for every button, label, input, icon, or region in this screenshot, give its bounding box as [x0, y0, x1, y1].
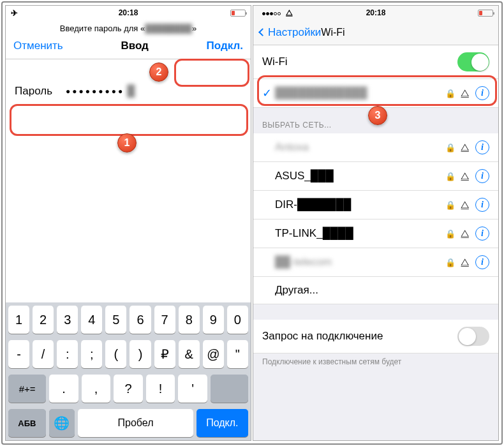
other-label: Другая...	[262, 284, 489, 297]
keyboard: 1 2 3 4 5 6 7 8 9 0 - / : ; ( ) ₽ & @ " …	[6, 302, 251, 440]
info-button[interactable]: i	[475, 198, 489, 212]
key-lparen[interactable]: (	[105, 340, 126, 368]
nav-title: Ввод	[121, 40, 148, 52]
key-period[interactable]: .	[49, 375, 78, 403]
key-dash[interactable]: -	[8, 340, 29, 368]
cancel-button[interactable]: Отменить	[13, 40, 63, 52]
wifi-toggle[interactable]	[457, 52, 489, 71]
key-ruble[interactable]: ₽	[154, 340, 175, 368]
other-network-row[interactable]: Другая...	[253, 277, 498, 304]
connected-network-row[interactable]: ✓ ████████████ 🔒 ⧋ i	[253, 79, 498, 108]
info-button[interactable]: i	[475, 86, 489, 100]
password-value: ●●●●●●●●●	[66, 87, 124, 96]
key-quote[interactable]: "	[227, 340, 248, 368]
airplane-mode-icon: ✈	[11, 8, 18, 18]
network-row[interactable]: Antoxa 🔒⧋i	[253, 133, 498, 162]
key-rparen[interactable]: )	[130, 340, 151, 368]
key-comma[interactable]: ,	[82, 375, 111, 403]
kb-row-3: #+= . , ? ! '	[6, 371, 251, 406]
network-name: TP-LINK_████	[262, 227, 445, 240]
key-7[interactable]: 7	[154, 306, 175, 334]
connect-button[interactable]: Подкл.	[207, 40, 243, 52]
info-button[interactable]: i	[475, 255, 489, 269]
key-amp[interactable]: &	[179, 340, 200, 368]
kb-row-4: АБВ 🌐 Пробел Подкл.	[6, 406, 251, 440]
kb-row-2: - / : ; ( ) ₽ & @ "	[6, 337, 251, 371]
highlight-password	[10, 104, 248, 136]
ask-to-join-toggle[interactable]	[457, 327, 489, 346]
key-globe[interactable]: 🌐	[49, 409, 75, 437]
lock-icon: 🔒	[445, 229, 456, 239]
key-4[interactable]: 4	[81, 306, 102, 334]
info-button[interactable]: i	[475, 169, 489, 183]
password-label: Пароль	[15, 85, 66, 98]
status-bar: ⧋ 20:18	[253, 6, 498, 20]
wifi-strength-icon: ⧋	[461, 170, 469, 182]
key-abc[interactable]: АБВ	[8, 409, 46, 437]
wifi-strength-icon: ⧋	[461, 142, 469, 153]
kb-row-1: 1 2 3 4 5 6 7 8 9 0	[6, 302, 251, 337]
key-colon[interactable]: :	[57, 340, 78, 368]
lock-icon: 🔒	[445, 89, 456, 98]
choose-network-section: ВЫБРАТЬ СЕТЬ... Antoxa 🔒⧋i ASUS_███ 🔒⧋i …	[253, 108, 498, 304]
lock-icon: 🔒	[445, 143, 456, 152]
network-row[interactable]: TP-LINK_████ 🔒⧋i	[253, 219, 498, 248]
network-name: DIR-███████	[262, 198, 445, 211]
key-apos[interactable]: '	[178, 375, 207, 403]
battery-icon	[230, 10, 246, 17]
wifi-settings-screen: ⧋ 20:18 Настройки Wi-Fi Wi-Fi ✓ ████████…	[253, 5, 499, 441]
nav-bar: Настройки Wi-Fi	[253, 20, 498, 45]
key-6[interactable]: 6	[130, 306, 151, 334]
key-space[interactable]: Пробел	[78, 409, 193, 437]
network-name: ██-telecom	[262, 256, 445, 269]
key-1[interactable]: 1	[8, 306, 29, 334]
key-3[interactable]: 3	[57, 306, 78, 334]
nav-bar: Отменить Ввод Подкл.	[6, 40, 251, 59]
lock-icon: 🔒	[445, 258, 456, 267]
key-5[interactable]: 5	[105, 306, 126, 334]
password-row[interactable]: Пароль ●●●●●●●●● █	[6, 77, 251, 105]
ask-to-join-label: Запрос на подключение	[262, 330, 457, 343]
network-row[interactable]: ██-telecom 🔒⧋i	[253, 248, 498, 277]
key-go[interactable]: Подкл.	[196, 409, 248, 437]
step-badge-2: 2	[149, 63, 168, 82]
status-time: 20:18	[366, 8, 386, 17]
key-0[interactable]: 0	[227, 306, 248, 334]
key-2[interactable]: 2	[33, 306, 54, 334]
network-name: Antoxa	[262, 141, 445, 154]
info-button[interactable]: i	[475, 140, 489, 154]
connected-network-name: ████████████	[275, 87, 445, 100]
wifi-icon: ⧋	[286, 8, 293, 17]
key-at[interactable]: @	[203, 340, 224, 368]
ask-to-join-section: Запрос на подключение Подключение к изве…	[253, 304, 498, 370]
key-exclaim[interactable]: !	[146, 375, 175, 403]
battery-icon	[478, 10, 493, 17]
wifi-toggle-row: Wi-Fi	[253, 45, 498, 79]
wifi-strength-icon: ⧋	[461, 87, 469, 99]
wifi-strength-icon: ⧋	[461, 256, 469, 268]
key-semicolon[interactable]: ;	[81, 340, 102, 368]
nav-title: Wi-Fi	[321, 27, 345, 38]
key-question[interactable]: ?	[114, 375, 143, 403]
key-8[interactable]: 8	[179, 306, 200, 334]
globe-icon: 🌐	[54, 415, 70, 431]
key-9[interactable]: 9	[203, 306, 224, 334]
lock-icon: 🔒	[445, 200, 456, 210]
key-symbols[interactable]: #+=	[8, 375, 46, 403]
status-time: 20:18	[119, 8, 138, 17]
network-row[interactable]: DIR-███████ 🔒⧋i	[253, 191, 498, 219]
key-slash[interactable]: /	[33, 340, 54, 368]
ask-to-join-row: Запрос на подключение	[253, 320, 498, 353]
wifi-strength-icon: ⧋	[461, 228, 469, 239]
wifi-toggle-label: Wi-Fi	[262, 56, 457, 68]
password-entry-screen: ✈ 20:18 Введите пароль для «████████» От…	[5, 5, 251, 441]
cellular-icon	[262, 8, 281, 17]
back-button[interactable]: Настройки	[260, 26, 321, 39]
key-backspace[interactable]	[211, 375, 248, 403]
chevron-left-icon	[258, 28, 267, 36]
network-row[interactable]: ASUS_███ 🔒⧋i	[253, 162, 498, 191]
wifi-strength-icon: ⧋	[461, 199, 469, 211]
info-button[interactable]: i	[475, 227, 489, 241]
step-badge-1: 1	[117, 133, 137, 152]
checkmark-icon: ✓	[262, 86, 275, 100]
